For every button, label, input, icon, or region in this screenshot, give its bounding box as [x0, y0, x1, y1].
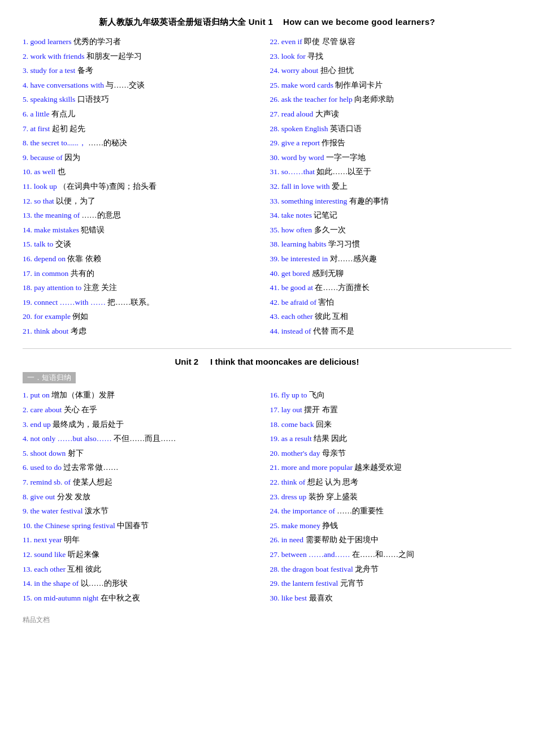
item-zh: 最喜欢 — [309, 594, 333, 602]
list-item: 29. the lantern festival 元宵节 — [270, 576, 512, 591]
item-en: in the shape of — [34, 579, 80, 587]
item-en: on mid-autumn night — [34, 594, 100, 602]
item-en: ask the teacher for help — [281, 95, 354, 103]
item-en: a little — [31, 110, 52, 118]
list-item: 18. come back 回来 — [270, 417, 512, 432]
list-item: 44. instead of 代替 而不是 — [270, 324, 512, 339]
item-num: 20. — [23, 312, 34, 321]
item-zh: 与……交谈 — [106, 81, 145, 89]
list-item: 11. look up （在词典中等)查阅；抬头看 — [23, 179, 264, 194]
item-en: even if — [281, 37, 304, 46]
item-en: pay attention to — [34, 283, 83, 292]
item-num: 22. — [270, 37, 281, 46]
item-zh: 元宵节 — [340, 579, 364, 587]
item-zh: 把……联系。 — [107, 298, 154, 306]
list-item: 4. have conversations with 与……交谈 — [23, 78, 264, 93]
item-num: 18. — [23, 283, 34, 292]
item-zh: 如此……以至于 — [316, 167, 371, 176]
item-zh: 作报告 — [322, 139, 345, 147]
item-zh: 彼此 互相 — [315, 312, 348, 321]
item-num: 16. — [23, 254, 34, 263]
list-item: 10. as well 也 — [23, 165, 264, 179]
item-zh: 优秀的学习者 — [73, 37, 121, 46]
list-item: 30. word by word 一字一字地 — [270, 150, 512, 165]
item-num: 7. — [23, 478, 31, 486]
item-zh: 越来越受欢迎 — [354, 463, 402, 472]
list-item: 9. because of 因为 — [23, 150, 264, 165]
item-zh: 制作单词卡片 — [335, 81, 383, 89]
footer-text: 精品文档 — [23, 615, 511, 625]
item-en: between ……and…… — [281, 550, 352, 559]
item-num: 31. — [270, 167, 281, 176]
item-en: look up — [34, 182, 59, 191]
item-num: 20. — [270, 449, 281, 457]
item-num: 12. — [23, 197, 34, 205]
item-en: the lantern festival — [281, 579, 340, 587]
item-zh: 龙舟节 — [355, 565, 379, 573]
item-en: dress up — [281, 493, 309, 501]
item-en: each other — [34, 565, 67, 573]
list-item: 6. used to do 过去常常做…… — [23, 460, 264, 475]
item-num: 30. — [270, 153, 281, 162]
list-item: 19. connect ……with …… 把……联系。 — [23, 295, 264, 310]
section-divider — [23, 348, 511, 349]
item-num: 3. — [23, 420, 31, 429]
item-num: 9. — [23, 507, 31, 515]
item-num: 43. — [270, 312, 281, 321]
item-num: 26. — [270, 95, 281, 103]
item-zh: 在……和……之间 — [352, 550, 414, 559]
item-zh: 担心 担忧 — [320, 66, 354, 75]
item-zh: 因为 — [64, 153, 80, 162]
item-en: look for — [281, 52, 308, 61]
item-zh: 多久一次 — [314, 226, 346, 234]
item-en: sound like — [34, 550, 67, 559]
item-zh: 交谈 — [55, 240, 71, 248]
list-item: 3. end up 最终成为，最后处于 — [23, 417, 264, 432]
item-num: 39. — [270, 254, 281, 263]
item-en: end up — [31, 420, 53, 429]
list-item: 6. a little 有点儿 — [23, 107, 264, 122]
item-en: read aloud — [281, 110, 315, 118]
section-tag-wrapper: 一．短语归纳 — [23, 372, 511, 383]
item-en: used to do — [31, 463, 64, 472]
item-num: 22. — [270, 478, 281, 486]
item-zh: ……的重要性 — [337, 507, 384, 515]
item-num: 15. — [23, 594, 34, 602]
item-en: so……that — [281, 167, 317, 176]
item-num: 6. — [23, 110, 31, 118]
list-item: 20. mother's day 母亲节 — [270, 446, 512, 461]
item-en: something interesting — [281, 197, 349, 205]
item-zh: 明年 — [64, 535, 80, 544]
item-en: at first — [31, 124, 52, 133]
item-num: 28. — [270, 124, 281, 133]
item-zh: 在……方面擅长 — [315, 283, 370, 292]
item-num: 30. — [270, 594, 281, 602]
list-item: 8. give out 分发 发放 — [23, 490, 264, 504]
item-num: 28. — [270, 565, 281, 573]
item-zh: 爱上 — [332, 182, 348, 191]
item-en: not only ……but also…… — [31, 434, 114, 443]
item-en: think of — [281, 478, 307, 486]
section-tag: 一．短语归纳 — [23, 372, 76, 383]
item-num: 25. — [270, 521, 281, 530]
list-item: 43. each other 彼此 互相 — [270, 309, 512, 324]
list-item: 17. in common 共有的 — [23, 266, 264, 281]
item-num: 3. — [23, 66, 31, 75]
item-num: 14. — [23, 226, 34, 234]
item-zh: （在词典中等)查阅；抬头看 — [59, 182, 157, 191]
item-en: give out — [31, 493, 57, 501]
item-en: good learners — [31, 37, 73, 46]
item-en: worry about — [281, 66, 320, 75]
item-en: put on — [31, 391, 52, 399]
item-num: 13. — [23, 565, 34, 573]
item-num: 29. — [270, 579, 281, 587]
item-num: 15. — [23, 240, 34, 248]
list-item: 40. get bored 感到无聊 — [270, 266, 512, 281]
item-num: 2. — [23, 52, 31, 61]
item-num: 23. — [270, 493, 281, 501]
item-zh: 共有的 — [71, 269, 94, 278]
list-item: 4. not only ……but also…… 不但……而且…… — [23, 431, 264, 446]
item-en: get bored — [281, 269, 312, 278]
item-num: 27. — [270, 110, 281, 118]
item-zh: 射下 — [68, 449, 84, 457]
